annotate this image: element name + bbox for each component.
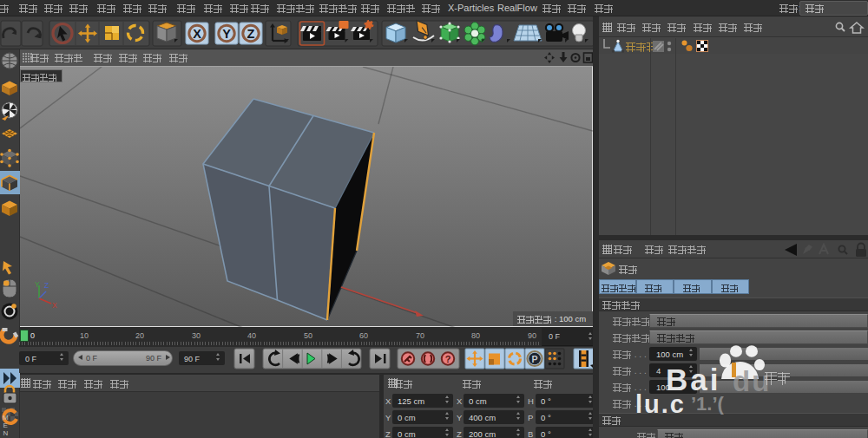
svg-text:X: X (52, 301, 57, 310)
svg-text:Z: Z (247, 27, 255, 41)
svg-text:E: E (3, 422, 8, 429)
svg-text:X: X (193, 27, 201, 41)
svg-text:Z: Z (44, 281, 49, 290)
svg-text:Y: Y (222, 27, 231, 41)
svg-text:?: ? (445, 354, 451, 364)
svg-text:M: M (3, 414, 9, 422)
svg-text:N: N (3, 429, 9, 437)
svg-text:P: P (531, 354, 537, 364)
svg-text:Y: Y (35, 280, 40, 289)
